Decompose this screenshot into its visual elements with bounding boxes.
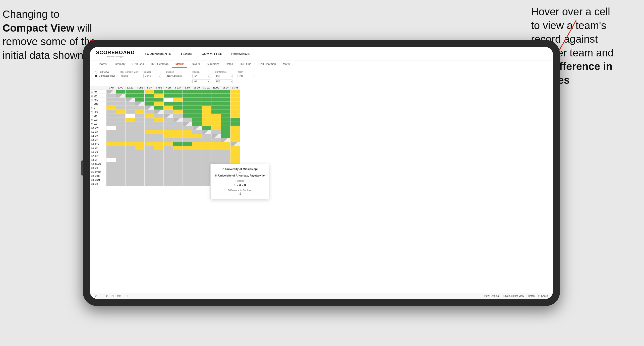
matrix-cell[interactable]: [126, 126, 135, 130]
matrix-cell[interactable]: [202, 154, 211, 158]
matrix-cell[interactable]: [183, 94, 192, 98]
matrix-cell[interactable]: [154, 178, 164, 182]
matrix-cell[interactable]: [126, 182, 135, 186]
matrix-cell[interactable]: [145, 114, 154, 118]
matrix-cell[interactable]: [192, 150, 202, 154]
undo-button[interactable]: ↩: [95, 295, 97, 297]
matrix-cell[interactable]: [192, 118, 202, 122]
matrix-cell[interactable]: [126, 178, 135, 182]
matrix-cell[interactable]: [164, 130, 173, 134]
save-custom-button[interactable]: Save Custom View: [503, 295, 524, 297]
matrix-cell[interactable]: [164, 118, 173, 122]
matrix-cell[interactable]: [202, 102, 211, 106]
full-view-option[interactable]: Full View: [95, 71, 115, 73]
matrix-cell[interactable]: [106, 90, 116, 94]
matrix-cell[interactable]: [126, 98, 135, 102]
matrix-cell[interactable]: [135, 126, 145, 130]
matrix-cell[interactable]: [202, 162, 211, 166]
matrix-cell[interactable]: [173, 130, 183, 134]
matrix-cell[interactable]: [192, 94, 202, 98]
matrix-cell[interactable]: [211, 94, 221, 98]
matrix-cell[interactable]: [154, 122, 164, 126]
matrix-cell[interactable]: [192, 170, 202, 174]
matrix-cell[interactable]: [164, 98, 173, 102]
matrix-cell[interactable]: [221, 134, 230, 138]
view-original-button[interactable]: View: Original: [484, 295, 500, 297]
matrix-cell[interactable]: [164, 94, 173, 98]
matrix-cell[interactable]: [202, 142, 211, 146]
matrix-cell[interactable]: [202, 98, 211, 102]
matrix-cell[interactable]: [183, 142, 192, 146]
matrix-cell[interactable]: [154, 90, 164, 94]
matrix-cell[interactable]: [173, 174, 183, 178]
matrix-cell[interactable]: [116, 98, 126, 102]
matrix-cell[interactable]: [154, 138, 164, 142]
matrix-cell[interactable]: [126, 174, 135, 178]
matrix-cell[interactable]: [230, 102, 240, 106]
matrix-cell[interactable]: [183, 138, 192, 142]
matrix-cell[interactable]: [173, 126, 183, 130]
matrix-cell[interactable]: [106, 106, 116, 110]
matrix-cell[interactable]: [183, 174, 192, 178]
matrix-cell[interactable]: [221, 150, 230, 154]
matrix-cell[interactable]: [164, 90, 173, 94]
matrix-cell[interactable]: [173, 102, 183, 106]
matrix-cell[interactable]: [221, 126, 230, 130]
matrix-cell[interactable]: [202, 126, 211, 130]
matrix-cell[interactable]: [164, 110, 173, 114]
matrix-cell[interactable]: [135, 174, 145, 178]
matrix-cell[interactable]: [202, 130, 211, 134]
matrix-cell[interactable]: [154, 94, 164, 98]
matrix-cell[interactable]: [211, 142, 221, 146]
matrix-cell[interactable]: [126, 94, 135, 98]
matrix-cell[interactable]: [106, 162, 116, 166]
matrix-cell[interactable]: [173, 134, 183, 138]
matrix-cell[interactable]: [173, 146, 183, 150]
matrix-cell[interactable]: [183, 118, 192, 122]
matrix-cell[interactable]: [145, 146, 154, 150]
matrix-cell[interactable]: [126, 134, 135, 138]
matrix-cell[interactable]: [106, 146, 116, 150]
matrix-cell[interactable]: [145, 102, 154, 106]
matrix-cell[interactable]: [126, 158, 135, 162]
matrix-cell[interactable]: [164, 154, 173, 158]
matrix-cell[interactable]: [106, 178, 116, 182]
tab-players[interactable]: Players: [187, 60, 203, 68]
matrix-cell[interactable]: [211, 150, 221, 154]
matrix-cell[interactable]: [211, 98, 221, 102]
nav-committee[interactable]: COMMITTEE: [202, 52, 222, 56]
matrix-cell[interactable]: [173, 98, 183, 102]
matrix-cell[interactable]: [116, 162, 126, 166]
nav-teams[interactable]: TEAMS: [181, 52, 193, 56]
matrix-cell[interactable]: [221, 138, 230, 142]
matrix-cell[interactable]: [135, 130, 145, 134]
matrix-cell[interactable]: [183, 90, 192, 94]
compact-view-option[interactable]: Compact View: [95, 74, 115, 77]
matrix-cell[interactable]: [192, 158, 202, 162]
matrix-cell[interactable]: [173, 90, 183, 94]
matrix-cell[interactable]: [145, 154, 154, 158]
matrix-cell[interactable]: [106, 150, 116, 154]
matrix-cell[interactable]: [221, 106, 230, 110]
matrix-cell[interactable]: [173, 114, 183, 118]
matrix-cell[interactable]: [164, 150, 173, 154]
matrix-cell[interactable]: [230, 150, 240, 154]
matrix-cell[interactable]: [183, 158, 192, 162]
matrix-cell[interactable]: [145, 126, 154, 130]
matrix-cell[interactable]: [192, 98, 202, 102]
matrix-cell[interactable]: [202, 94, 211, 98]
matrix-cell[interactable]: [135, 102, 145, 106]
matrix-cell[interactable]: [202, 114, 211, 118]
tab-h2h-heatmap1[interactable]: H2H Heatmap: [147, 60, 172, 68]
matrix-cell[interactable]: [221, 154, 230, 158]
matrix-cell[interactable]: [192, 142, 202, 146]
matrix-cell[interactable]: [145, 170, 154, 174]
matrix-cell[interactable]: [173, 94, 183, 98]
matrix-cell[interactable]: [126, 142, 135, 146]
matrix-cell[interactable]: [192, 114, 202, 118]
matrix-cell[interactable]: [202, 110, 211, 114]
matrix-cell[interactable]: [164, 122, 173, 126]
matrix-cell[interactable]: [230, 142, 240, 146]
matrix-cell[interactable]: [145, 158, 154, 162]
matrix-cell[interactable]: [192, 90, 202, 94]
